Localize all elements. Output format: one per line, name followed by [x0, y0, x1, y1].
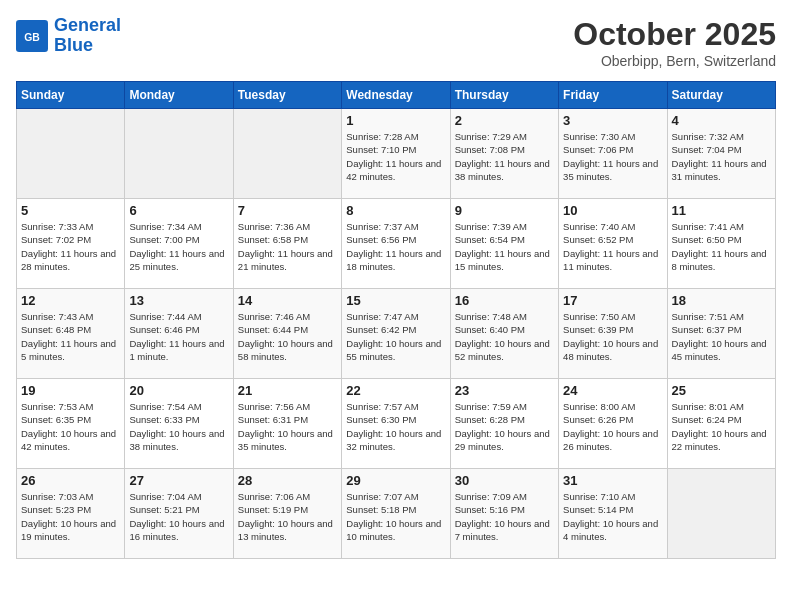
day-detail: Sunrise: 7:50 AMSunset: 6:39 PMDaylight:… — [563, 310, 662, 363]
day-number: 6 — [129, 203, 228, 218]
calendar-cell: 29Sunrise: 7:07 AMSunset: 5:18 PMDayligh… — [342, 469, 450, 559]
calendar-week-row: 26Sunrise: 7:03 AMSunset: 5:23 PMDayligh… — [17, 469, 776, 559]
day-header-sunday: Sunday — [17, 82, 125, 109]
day-number: 9 — [455, 203, 554, 218]
calendar-cell: 21Sunrise: 7:56 AMSunset: 6:31 PMDayligh… — [233, 379, 341, 469]
calendar-cell — [125, 109, 233, 199]
day-detail: Sunrise: 7:43 AMSunset: 6:48 PMDaylight:… — [21, 310, 120, 363]
day-number: 22 — [346, 383, 445, 398]
day-header-saturday: Saturday — [667, 82, 775, 109]
day-detail: Sunrise: 7:57 AMSunset: 6:30 PMDaylight:… — [346, 400, 445, 453]
day-number: 10 — [563, 203, 662, 218]
day-number: 8 — [346, 203, 445, 218]
day-number: 12 — [21, 293, 120, 308]
calendar-cell: 6Sunrise: 7:34 AMSunset: 7:00 PMDaylight… — [125, 199, 233, 289]
day-number: 15 — [346, 293, 445, 308]
calendar-week-row: 19Sunrise: 7:53 AMSunset: 6:35 PMDayligh… — [17, 379, 776, 469]
day-detail: Sunrise: 7:04 AMSunset: 5:21 PMDaylight:… — [129, 490, 228, 543]
day-number: 24 — [563, 383, 662, 398]
day-number: 19 — [21, 383, 120, 398]
calendar-cell: 3Sunrise: 7:30 AMSunset: 7:06 PMDaylight… — [559, 109, 667, 199]
calendar-table: SundayMondayTuesdayWednesdayThursdayFrid… — [16, 81, 776, 559]
day-detail: Sunrise: 7:40 AMSunset: 6:52 PMDaylight:… — [563, 220, 662, 273]
month-title: October 2025 — [573, 16, 776, 53]
calendar-cell: 2Sunrise: 7:29 AMSunset: 7:08 PMDaylight… — [450, 109, 558, 199]
day-detail: Sunrise: 7:39 AMSunset: 6:54 PMDaylight:… — [455, 220, 554, 273]
svg-text:GB: GB — [24, 32, 40, 43]
day-number: 4 — [672, 113, 771, 128]
day-number: 28 — [238, 473, 337, 488]
day-detail: Sunrise: 7:10 AMSunset: 5:14 PMDaylight:… — [563, 490, 662, 543]
calendar-header-row: SundayMondayTuesdayWednesdayThursdayFrid… — [17, 82, 776, 109]
title-block: October 2025 Oberbipp, Bern, Switzerland — [573, 16, 776, 69]
day-header-friday: Friday — [559, 82, 667, 109]
calendar-cell: 12Sunrise: 7:43 AMSunset: 6:48 PMDayligh… — [17, 289, 125, 379]
location-subtitle: Oberbipp, Bern, Switzerland — [573, 53, 776, 69]
day-detail: Sunrise: 7:32 AMSunset: 7:04 PMDaylight:… — [672, 130, 771, 183]
day-number: 30 — [455, 473, 554, 488]
day-detail: Sunrise: 7:30 AMSunset: 7:06 PMDaylight:… — [563, 130, 662, 183]
day-detail: Sunrise: 7:09 AMSunset: 5:16 PMDaylight:… — [455, 490, 554, 543]
calendar-cell: 28Sunrise: 7:06 AMSunset: 5:19 PMDayligh… — [233, 469, 341, 559]
calendar-cell: 26Sunrise: 7:03 AMSunset: 5:23 PMDayligh… — [17, 469, 125, 559]
day-detail: Sunrise: 7:07 AMSunset: 5:18 PMDaylight:… — [346, 490, 445, 543]
calendar-cell: 9Sunrise: 7:39 AMSunset: 6:54 PMDaylight… — [450, 199, 558, 289]
day-detail: Sunrise: 7:03 AMSunset: 5:23 PMDaylight:… — [21, 490, 120, 543]
logo-icon: GB — [16, 20, 48, 52]
day-detail: Sunrise: 7:06 AMSunset: 5:19 PMDaylight:… — [238, 490, 337, 543]
day-number: 21 — [238, 383, 337, 398]
day-detail: Sunrise: 7:36 AMSunset: 6:58 PMDaylight:… — [238, 220, 337, 273]
day-number: 3 — [563, 113, 662, 128]
day-header-monday: Monday — [125, 82, 233, 109]
calendar-cell: 14Sunrise: 7:46 AMSunset: 6:44 PMDayligh… — [233, 289, 341, 379]
calendar-cell — [17, 109, 125, 199]
day-detail: Sunrise: 7:56 AMSunset: 6:31 PMDaylight:… — [238, 400, 337, 453]
calendar-cell: 22Sunrise: 7:57 AMSunset: 6:30 PMDayligh… — [342, 379, 450, 469]
calendar-week-row: 12Sunrise: 7:43 AMSunset: 6:48 PMDayligh… — [17, 289, 776, 379]
day-number: 7 — [238, 203, 337, 218]
calendar-cell — [233, 109, 341, 199]
calendar-cell: 17Sunrise: 7:50 AMSunset: 6:39 PMDayligh… — [559, 289, 667, 379]
day-header-tuesday: Tuesday — [233, 82, 341, 109]
day-number: 14 — [238, 293, 337, 308]
calendar-cell — [667, 469, 775, 559]
calendar-cell: 10Sunrise: 7:40 AMSunset: 6:52 PMDayligh… — [559, 199, 667, 289]
calendar-cell: 18Sunrise: 7:51 AMSunset: 6:37 PMDayligh… — [667, 289, 775, 379]
day-detail: Sunrise: 7:33 AMSunset: 7:02 PMDaylight:… — [21, 220, 120, 273]
day-detail: Sunrise: 7:46 AMSunset: 6:44 PMDaylight:… — [238, 310, 337, 363]
calendar-cell: 11Sunrise: 7:41 AMSunset: 6:50 PMDayligh… — [667, 199, 775, 289]
day-number: 31 — [563, 473, 662, 488]
calendar-cell: 31Sunrise: 7:10 AMSunset: 5:14 PMDayligh… — [559, 469, 667, 559]
calendar-cell: 13Sunrise: 7:44 AMSunset: 6:46 PMDayligh… — [125, 289, 233, 379]
day-detail: Sunrise: 7:47 AMSunset: 6:42 PMDaylight:… — [346, 310, 445, 363]
day-detail: Sunrise: 7:41 AMSunset: 6:50 PMDaylight:… — [672, 220, 771, 273]
day-detail: Sunrise: 8:00 AMSunset: 6:26 PMDaylight:… — [563, 400, 662, 453]
day-detail: Sunrise: 7:48 AMSunset: 6:40 PMDaylight:… — [455, 310, 554, 363]
day-number: 2 — [455, 113, 554, 128]
day-number: 11 — [672, 203, 771, 218]
day-detail: Sunrise: 7:37 AMSunset: 6:56 PMDaylight:… — [346, 220, 445, 273]
calendar-cell: 15Sunrise: 7:47 AMSunset: 6:42 PMDayligh… — [342, 289, 450, 379]
day-detail: Sunrise: 7:29 AMSunset: 7:08 PMDaylight:… — [455, 130, 554, 183]
logo-line1: General — [54, 15, 121, 35]
day-detail: Sunrise: 7:59 AMSunset: 6:28 PMDaylight:… — [455, 400, 554, 453]
day-number: 5 — [21, 203, 120, 218]
calendar-cell: 30Sunrise: 7:09 AMSunset: 5:16 PMDayligh… — [450, 469, 558, 559]
calendar-cell: 8Sunrise: 7:37 AMSunset: 6:56 PMDaylight… — [342, 199, 450, 289]
calendar-cell: 1Sunrise: 7:28 AMSunset: 7:10 PMDaylight… — [342, 109, 450, 199]
day-number: 27 — [129, 473, 228, 488]
day-number: 1 — [346, 113, 445, 128]
calendar-cell: 20Sunrise: 7:54 AMSunset: 6:33 PMDayligh… — [125, 379, 233, 469]
day-detail: Sunrise: 7:28 AMSunset: 7:10 PMDaylight:… — [346, 130, 445, 183]
calendar-week-row: 5Sunrise: 7:33 AMSunset: 7:02 PMDaylight… — [17, 199, 776, 289]
calendar-cell: 23Sunrise: 7:59 AMSunset: 6:28 PMDayligh… — [450, 379, 558, 469]
day-number: 29 — [346, 473, 445, 488]
day-number: 13 — [129, 293, 228, 308]
page-header: GB General Blue October 2025 Oberbipp, B… — [16, 16, 776, 69]
day-detail: Sunrise: 7:53 AMSunset: 6:35 PMDaylight:… — [21, 400, 120, 453]
day-number: 16 — [455, 293, 554, 308]
day-header-thursday: Thursday — [450, 82, 558, 109]
day-detail: Sunrise: 7:51 AMSunset: 6:37 PMDaylight:… — [672, 310, 771, 363]
day-header-wednesday: Wednesday — [342, 82, 450, 109]
day-detail: Sunrise: 8:01 AMSunset: 6:24 PMDaylight:… — [672, 400, 771, 453]
